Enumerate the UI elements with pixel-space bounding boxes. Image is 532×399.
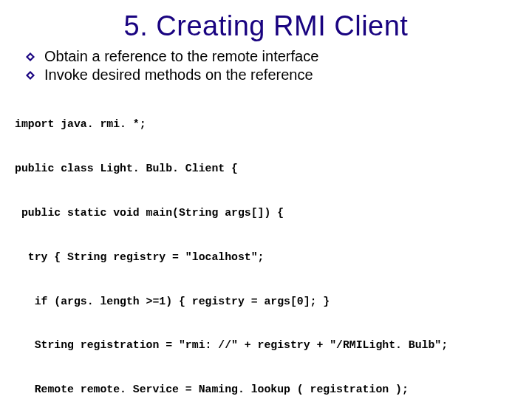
bullet-list: Obtain a reference to the remote interfa…: [25, 48, 519, 83]
bullet-item: Obtain a reference to the remote interfa…: [25, 48, 519, 65]
code-line: import java. rmi. *;: [15, 117, 519, 132]
code-line: public static void main(String args[]) {: [15, 206, 519, 221]
slide: 5. Creating RMI Client Obtain a referenc…: [0, 0, 532, 399]
code-block: import java. rmi. *; public class Light.…: [15, 88, 519, 399]
bullet-label: Invoke desired methods on the reference: [44, 66, 313, 83]
bullet-item: Invoke desired methods on the reference: [25, 66, 519, 83]
code-line: try { String registry = "localhost";: [15, 250, 519, 265]
code-line: if (args. length >=1) { registry = args[…: [15, 295, 519, 310]
code-line: public class Light. Bulb. Client {: [15, 162, 519, 177]
diamond-icon: [25, 70, 35, 81]
code-line: String registration = "rmi: //" + regist…: [15, 338, 519, 353]
code-line: Remote remote. Service = Naming. lookup …: [15, 383, 519, 398]
diamond-icon: [25, 52, 35, 62]
bullet-label: Obtain a reference to the remote interfa…: [44, 48, 318, 65]
page-title: 5. Creating RMI Client: [13, 10, 519, 42]
